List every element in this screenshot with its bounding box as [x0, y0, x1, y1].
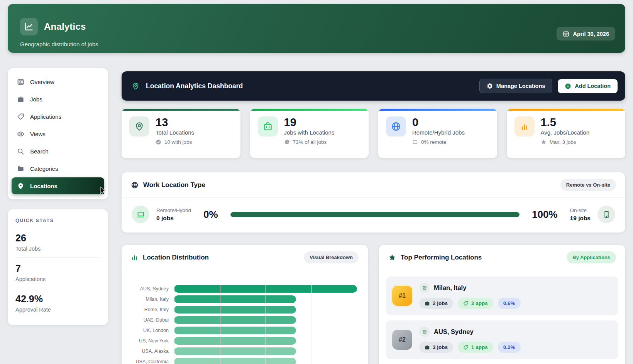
- work-location-card: Work Location Type Remote vs On-site Rem…: [122, 172, 625, 233]
- stat-value: 0: [412, 116, 465, 128]
- chart-bar: [174, 337, 296, 345]
- sidebar-item-categories[interactable]: Categories: [12, 160, 104, 177]
- analytics-logo-box: [20, 18, 38, 35]
- remote-percent: 0%: [203, 209, 218, 221]
- pin-icon: [132, 82, 140, 90]
- toolbar-title: Location Analytics Dashboard: [146, 82, 479, 90]
- rate-badge-label: 0.2%: [503, 344, 515, 350]
- chart-row: UAE, Dubai: [128, 315, 357, 325]
- chart-row-label: Rome, Italy: [128, 307, 174, 312]
- bar-chart-icon: [131, 254, 138, 261]
- apps-badge: 1 apps: [458, 342, 493, 353]
- distribution-title: Location Distribution: [143, 254, 299, 261]
- chart-row: UK, London: [128, 325, 357, 335]
- chart-row-label: UAE, Dubai: [128, 317, 174, 323]
- briefcase-icon: [17, 96, 24, 103]
- briefcase-icon: [258, 116, 278, 136]
- chart-row-plot: [174, 356, 357, 364]
- stat-label: Remote/Hybrid Jobs: [412, 129, 465, 136]
- add-location-label: Add Location: [575, 83, 611, 89]
- chart-row-label: Milan, Italy: [128, 297, 174, 302]
- tag-icon: [463, 345, 469, 350]
- overview-icon: [17, 78, 24, 86]
- pin-icon: [419, 327, 430, 337]
- distribution-chart: AUS, Sydney Milan, Italy: [122, 270, 368, 364]
- stat-label: Jobs with Locations: [284, 129, 335, 136]
- work-location-title: Work Location Type: [143, 181, 556, 189]
- chart-bar: [174, 316, 296, 324]
- chart-bar: [174, 347, 296, 355]
- top-location-row-1: #1 Milan, Italy 2 jobs 2 apps: [386, 276, 618, 315]
- remote-vs-onsite-badge: Remote vs On-site: [560, 179, 616, 191]
- page-title: Analytics: [44, 21, 86, 32]
- sidebar-item-label: Locations: [30, 183, 58, 189]
- plus-circle-icon: [565, 83, 571, 89]
- stat-label: Approval Rate: [15, 307, 100, 313]
- stat-footnote: 73% of all jobs: [293, 139, 327, 145]
- gridline: [266, 354, 266, 364]
- stat-footnote: Max: 3 jobs: [550, 139, 576, 145]
- stat-label: Avg. Jobs/Location: [541, 129, 589, 136]
- manage-locations-button[interactable]: Manage Locations: [479, 79, 553, 93]
- location-dashboard-toolbar: Location Analytics Dashboard Manage Loca…: [122, 71, 625, 101]
- search-icon: [17, 148, 24, 155]
- stat-card-total-locations: 13 Total Locations 10 with jobs: [122, 109, 240, 158]
- calendar-icon: [563, 30, 569, 37]
- stat-label: Total Jobs: [15, 246, 100, 252]
- tag-icon: [17, 113, 24, 120]
- rate-badge: 0.6%: [498, 298, 521, 309]
- sidebar-item-applications[interactable]: Applications: [12, 108, 104, 125]
- stat-footnote: 0% remote: [421, 139, 446, 145]
- stat-value: 26: [15, 233, 100, 244]
- sidebar-item-jobs[interactable]: Jobs: [12, 91, 104, 108]
- stat-footnote: 10 with jobs: [164, 139, 192, 145]
- chart-row-label: US, New York: [128, 338, 174, 344]
- sidebar-item-label: Search: [30, 148, 49, 155]
- sidebar-item-label: Jobs: [30, 96, 42, 103]
- globe-icon: [386, 116, 406, 136]
- quick-stat-applications: 7 Applications: [15, 257, 100, 288]
- jobs-badge-label: 2 jobs: [433, 300, 448, 306]
- sidebar-item-label: Overview: [30, 79, 54, 85]
- chart-row: AUS, Sydney: [128, 283, 357, 294]
- apps-badge-label: 1 apps: [471, 344, 488, 350]
- chart-row: Milan, Italy: [128, 294, 357, 304]
- star-icon: [541, 139, 547, 145]
- jobs-badge-label: 3 jobs: [433, 344, 448, 350]
- sidebar-item-locations[interactable]: Locations: [12, 177, 104, 194]
- top-location-row-2: #2 AUS, Sydney 3 jobs 1 apps: [386, 320, 618, 359]
- chart-row: Rome, Italy: [128, 304, 357, 315]
- page-subtitle: Geographic distribution of jobs: [20, 41, 614, 47]
- stat-label: Total Locations: [156, 129, 194, 136]
- sidebar-item-label: Views: [30, 131, 46, 137]
- folder-icon: [17, 165, 24, 172]
- add-location-button[interactable]: Add Location: [558, 79, 618, 93]
- date-button[interactable]: April 30, 2026: [557, 27, 616, 40]
- worktype-progress-fill: [230, 212, 520, 217]
- stat-card-remote-hybrid: 0 Remote/Hybrid Jobs 0% remote: [378, 109, 497, 158]
- stat-cards-row: 13 Total Locations 10 with jobs 19: [122, 109, 625, 158]
- pin-icon: [419, 283, 430, 293]
- apps-badge: 2 apps: [458, 298, 493, 309]
- remote-jobs: 0 jobs: [156, 215, 191, 222]
- stat-value: 7: [15, 263, 100, 274]
- chart-bar: [174, 358, 296, 364]
- sidebar-item-overview[interactable]: Overview: [12, 73, 104, 90]
- onsite-percent: 100%: [532, 209, 558, 221]
- top-locations-card: Top Performing Locations By Applications…: [379, 245, 625, 364]
- gear-icon: [487, 83, 493, 89]
- sidebar-item-views[interactable]: Views: [12, 125, 104, 142]
- rate-badge-label: 0.6%: [503, 300, 515, 306]
- bar-chart-icon: [515, 116, 535, 136]
- briefcase-icon: [425, 301, 430, 306]
- onsite-label: On-site: [570, 207, 591, 213]
- quick-stat-approval-rate: 42.9% Approval Rate: [15, 288, 100, 318]
- chart-row-label: UK, London: [128, 328, 174, 333]
- chart-row-label: AUS, Sydney: [128, 286, 174, 292]
- check-circle-icon: [156, 139, 161, 145]
- chart-row: USA, Alaska: [128, 346, 357, 356]
- pin-icon: [129, 116, 149, 136]
- chart-row: US, New York: [128, 335, 357, 346]
- laptop-icon: [412, 139, 418, 145]
- sidebar-item-search[interactable]: Search: [12, 143, 104, 160]
